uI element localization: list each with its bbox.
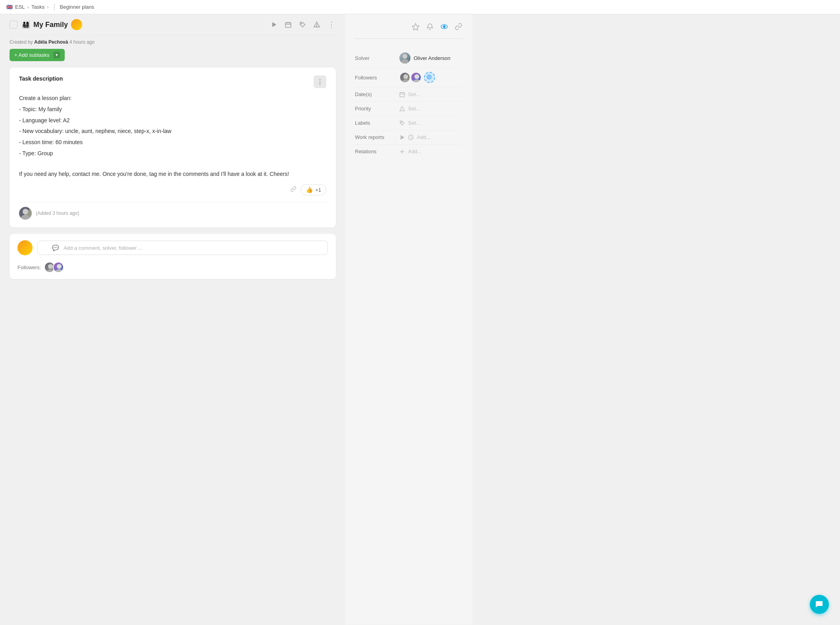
task-description-title: Task description <box>19 75 63 82</box>
follower-avatars <box>44 262 64 273</box>
attribution-avatar <box>19 207 32 220</box>
desc-line-2: - Topic: My family <box>19 105 326 114</box>
priority-icon <box>399 106 405 112</box>
task-header-actions: ⋮ <box>270 19 336 30</box>
svg-marker-36 <box>401 135 405 140</box>
sidebar-followers <box>399 72 435 83</box>
task-title: My Family <box>33 21 68 29</box>
priority-value[interactable]: Set... <box>399 106 463 112</box>
chat-fab-button[interactable] <box>810 595 829 614</box>
meta-author: Adéla Pechová <box>34 39 68 45</box>
task-title-row: 👨‍👩‍👧‍👦 My Family <box>21 19 266 30</box>
solver-name: Oliver Anderson <box>414 55 451 61</box>
work-reports-label: Work reports <box>355 134 395 140</box>
svg-point-14 <box>55 269 63 273</box>
work-reports-row: Work reports Add... <box>355 130 463 145</box>
follower-avatar-2 <box>53 262 64 273</box>
svg-point-23 <box>402 79 410 83</box>
comment-input-row: 💬 Add a comment, solver, follower ... <box>17 240 328 255</box>
followers-label: Followers: <box>17 264 41 270</box>
dates-row: Date(s) Set... <box>355 87 463 102</box>
svg-point-35 <box>401 122 402 123</box>
label-icon <box>399 120 405 126</box>
svg-point-11 <box>48 264 53 269</box>
svg-marker-0 <box>272 22 276 27</box>
relations-row: Relations Add... <box>355 145 463 158</box>
svg-point-20 <box>403 54 407 59</box>
copy-link-icon[interactable] <box>290 186 297 194</box>
play-button[interactable] <box>270 21 278 29</box>
solver-label: Solver <box>355 55 395 61</box>
followers-sidebar-label: Followers <box>355 75 395 81</box>
tag-button[interactable] <box>299 21 306 29</box>
meta-time: 4 hours ago <box>69 39 94 45</box>
task-description-body: Create a lesson plan: - Topic: My family… <box>19 94 326 179</box>
comment-input-icon: 💬 <box>52 245 59 251</box>
breadcrumb-dots[interactable]: ⋮ <box>51 3 58 11</box>
relations-add-text: Add... <box>408 149 422 154</box>
breadcrumb-flag: 🇬🇧 <box>6 4 13 10</box>
desc-line-4: - New vocabulary: uncle, aunt, nephew, n… <box>19 127 326 136</box>
desc-actions: 👍 +1 <box>19 184 326 195</box>
plus-icon <box>399 149 405 154</box>
more-button[interactable]: ⋮ <box>327 19 336 30</box>
attribution-avatar-img <box>19 207 32 220</box>
breadcrumb-tasks[interactable]: Tasks <box>31 4 44 10</box>
dates-value[interactable]: Set... <box>399 91 463 97</box>
svg-rect-30 <box>400 93 405 97</box>
svg-point-13 <box>57 264 62 269</box>
calendar-button[interactable] <box>284 21 292 29</box>
play-icon <box>399 135 405 140</box>
svg-point-9 <box>23 209 28 214</box>
solver-row: Solver Oliver Anderson <box>355 48 463 68</box>
svg-line-39 <box>411 137 412 138</box>
svg-point-25 <box>413 79 421 83</box>
comment-input[interactable]: 💬 Add a comment, solver, follower ... <box>37 241 328 255</box>
task-meta: Created by Adéla Pechová 4 hours ago <box>10 35 336 49</box>
like-count: +1 <box>315 187 321 193</box>
eye-button[interactable] <box>440 22 449 33</box>
alert-button[interactable] <box>313 21 321 29</box>
dates-label: Date(s) <box>355 91 395 97</box>
calendar-icon <box>399 92 405 97</box>
svg-marker-34 <box>400 106 405 111</box>
solver-avatar <box>399 52 410 64</box>
task-card-header: Task description ⋮ <box>19 75 326 88</box>
work-reports-value[interactable]: Add... <box>399 134 463 140</box>
priority-row: Priority Set... <box>355 102 463 116</box>
relations-label: Relations <box>355 149 395 154</box>
svg-marker-15 <box>412 23 419 30</box>
thumb-icon: 👍 <box>306 186 313 193</box>
added-time: (Added 3 hours ago) <box>36 210 79 216</box>
labels-set-text: Set... <box>408 120 420 126</box>
labels-value[interactable]: Set... <box>399 120 463 126</box>
star-button[interactable] <box>411 22 420 33</box>
svg-point-24 <box>414 74 419 79</box>
labels-label: Labels <box>355 120 395 126</box>
relations-value[interactable]: Add... <box>399 149 463 154</box>
add-subtasks-arrow: ▾ <box>54 52 60 58</box>
chat-icon <box>815 600 824 609</box>
add-subtasks-label: + Add subtasks <box>14 52 50 58</box>
meta-created-by: Created by <box>10 39 34 45</box>
like-button[interactable]: 👍 +1 <box>301 184 326 195</box>
card-menu-button[interactable]: ⋮ <box>314 75 326 88</box>
breadcrumb-project[interactable]: ESL <box>15 4 25 10</box>
followers-sidebar-value <box>399 72 463 83</box>
sidebar-follower-2 <box>410 72 422 83</box>
sidebar-follower-1 <box>399 72 410 83</box>
breadcrumb: 🇬🇧 ESL › Tasks › ⋮ Beginner plans <box>0 0 840 14</box>
add-follower-button[interactable] <box>424 72 435 83</box>
task-complete-checkbox[interactable] <box>10 21 17 29</box>
desc-line-3: - Language level: A2 <box>19 116 326 125</box>
notification-button[interactable] <box>426 22 434 33</box>
followers-sidebar-row: Followers <box>355 68 463 87</box>
comment-placeholder: Add a comment, solver, follower ... <box>64 245 143 251</box>
svg-point-5 <box>301 23 302 24</box>
add-subtasks-button[interactable]: + Add subtasks ▾ <box>10 49 65 61</box>
breadcrumb-sep-1: › <box>27 4 29 10</box>
desc-line-5: - Lesson time: 60 minutes <box>19 138 326 147</box>
comment-user-avatar <box>17 240 33 255</box>
svg-point-19 <box>443 26 445 28</box>
link-button[interactable] <box>454 22 463 33</box>
